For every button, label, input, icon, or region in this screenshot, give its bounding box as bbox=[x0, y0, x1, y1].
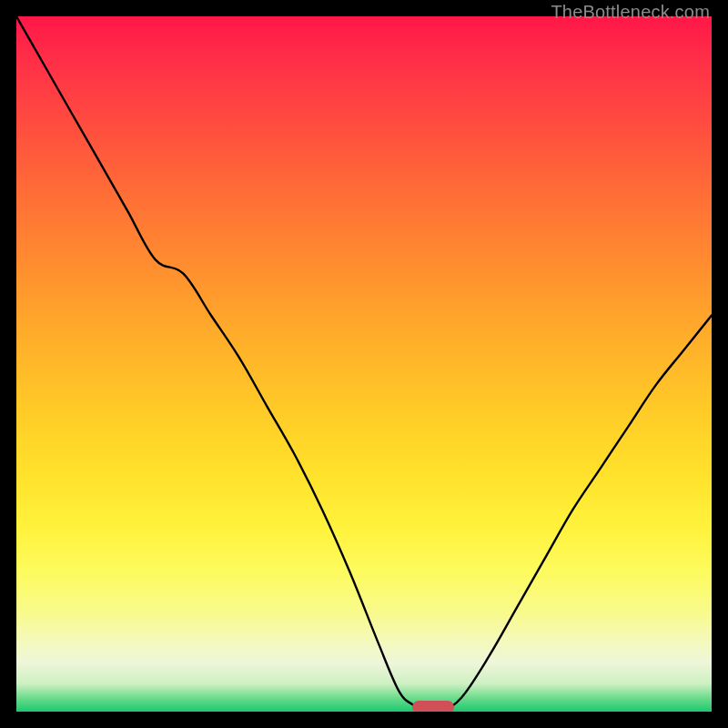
watermark-label: TheBottleneck.com bbox=[551, 2, 710, 23]
chart-frame: TheBottleneck.com bbox=[0, 0, 728, 728]
curve-svg bbox=[16, 16, 712, 712]
optimal-zone-pill bbox=[412, 701, 454, 712]
bottleneck-curve bbox=[16, 16, 712, 712]
plot-area bbox=[16, 16, 712, 712]
